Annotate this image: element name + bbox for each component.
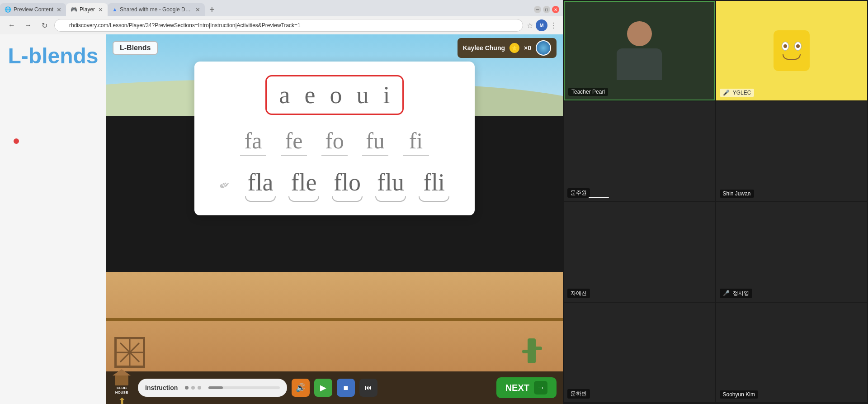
stop-button[interactable]: ■: [337, 379, 355, 397]
video-cell-p8: Soohyun Kim: [716, 303, 868, 402]
video-cell-p7: 문하빈: [564, 303, 715, 402]
video-cell-p4: Shin Juwan: [716, 101, 868, 201]
back-button[interactable]: ←: [5, 19, 18, 32]
lesson-card: a e o u i fa fe: [194, 62, 475, 215]
teacher-name-label: Teacher Pearl: [568, 88, 608, 96]
fl-blends-section: ✏ fla fle flo flu: [212, 168, 457, 202]
coin-icon: 🌟: [509, 43, 519, 53]
blend-fle: fle: [288, 168, 319, 202]
stop-icon: ■: [344, 383, 349, 393]
blend-flo: flo: [332, 168, 363, 202]
game-header: L-Blends Kaylee Chung 🌟 ×0: [106, 38, 563, 58]
red-dot-marker: [14, 138, 19, 144]
blend-flu: flu: [375, 168, 406, 202]
vowels-box: a e o u i: [265, 75, 404, 115]
tab3-close[interactable]: ✕: [195, 6, 200, 13]
cactus: [528, 338, 536, 363]
tab-google-drive[interactable]: ▲ Shared with me - Google Drive ✕: [108, 3, 205, 16]
p5-name-label: 자예신: [567, 289, 590, 298]
play-button[interactable]: ▶: [314, 379, 332, 397]
vowel-u: u: [356, 81, 368, 109]
vowel-o: o: [330, 81, 342, 109]
tab1-favicon: 🌐: [5, 6, 11, 13]
yglec-name-label: 🎤 YGLEC: [720, 89, 755, 97]
vowels-section: a e o u i: [212, 75, 457, 115]
p7-name-label: 문하빈: [567, 389, 590, 399]
user-icon[interactable]: M: [536, 19, 547, 31]
instruction-label: Instruction: [145, 384, 178, 391]
video-cell-p6: 🎤 정서영: [716, 202, 868, 302]
tab3-label: Shared with me - Google Drive: [120, 6, 192, 13]
rewind-icon: ⏮: [365, 384, 372, 392]
forward-button[interactable]: →: [22, 19, 34, 32]
blend-fli: fli: [419, 168, 449, 202]
vowel-a: a: [279, 81, 290, 109]
play-icon: ▶: [320, 383, 326, 393]
blend-fla: fla: [245, 168, 276, 202]
vowel-e: e: [304, 81, 315, 109]
home-arrow-icon: ⬆: [118, 396, 125, 404]
video-cell-yglec: 🎤 YGLEC: [716, 1, 868, 100]
chrome-menu-icon[interactable]: ⋮: [550, 21, 557, 30]
tab-preview-content[interactable]: 🌐 Preview Content ✕: [0, 3, 66, 16]
new-tab-button[interactable]: +: [205, 3, 219, 16]
f-syllables-section: fa fe fo fu: [212, 128, 457, 156]
player-name: Kaylee Chung: [463, 44, 505, 52]
clubhouse-label: CLUBHOUSE: [115, 386, 128, 394]
minimize-button[interactable]: ─: [534, 6, 541, 13]
player-info-bar: Kaylee Chung 🌟 ×0: [458, 38, 557, 58]
game-viewport: L-Blends Kaylee Chung 🌟 ×0 a e o: [106, 34, 563, 404]
sidebar-whiteboard: L-blends: [0, 34, 106, 404]
forward-icon: →: [24, 21, 32, 29]
tab1-label: Preview Content: [14, 6, 53, 13]
p8-name-label: Soohyun Kim: [720, 390, 758, 399]
tab2-favicon: 🎮: [71, 6, 77, 13]
refresh-icon: ↻: [42, 21, 47, 30]
next-label: NEXT: [505, 383, 529, 393]
bookmark-icon[interactable]: ☆: [527, 21, 533, 30]
video-cell-p5: 자예신: [564, 202, 715, 302]
close-window-button[interactable]: ✕: [552, 6, 559, 13]
bottom-control-bar: CLUBHOUSE ⬆ Instruction: [106, 371, 563, 404]
back-icon: ←: [8, 21, 15, 29]
dot-indicators: [185, 386, 201, 390]
refresh-button[interactable]: ↻: [38, 19, 51, 32]
tab2-label: Player: [80, 6, 95, 13]
clubhouse-button[interactable]: CLUBHOUSE ⬆: [113, 369, 131, 404]
syllable-fo: fo: [321, 128, 348, 156]
syllable-fa: fa: [240, 128, 266, 156]
wagon-wheel: [114, 337, 145, 368]
video-cell-teacher: Teacher Pearl: [564, 1, 715, 100]
tab1-close[interactable]: ✕: [57, 6, 61, 13]
tab-player[interactable]: 🎮 Player ✕: [66, 3, 108, 16]
tab2-close[interactable]: ✕: [98, 6, 103, 13]
coin-count: ×0: [524, 44, 531, 52]
video-grid: Teacher Pearl 🎤 Y: [563, 0, 868, 404]
game-title-badge: L-Blends: [113, 41, 158, 55]
address-bar[interactable]: [54, 19, 523, 32]
next-button[interactable]: NEXT →: [496, 377, 557, 398]
l-blends-heading: L-blends: [8, 43, 99, 68]
video-cell-p3: 문주원: [564, 101, 715, 201]
next-arrow-box: →: [534, 381, 547, 394]
speaker-icon: 🔊: [296, 383, 306, 393]
maximize-button[interactable]: □: [543, 6, 550, 13]
tab3-favicon: ▲: [112, 6, 118, 13]
vowel-i: i: [383, 81, 390, 109]
pencil-icon: ✏: [217, 176, 232, 193]
p3-name-label: 문주원: [567, 188, 590, 198]
syllable-fu: fu: [362, 128, 388, 156]
p4-name-label: Shin Juwan: [720, 190, 754, 198]
rewind-button[interactable]: ⏮: [359, 379, 377, 397]
instruction-pill: Instruction: [138, 379, 287, 397]
syllable-fe: fe: [281, 128, 307, 156]
globe-avatar: [536, 40, 551, 56]
speaker-button[interactable]: 🔊: [292, 379, 310, 397]
syllable-fi: fi: [403, 128, 429, 156]
p6-name-label: 🎤 정서영: [720, 289, 752, 298]
